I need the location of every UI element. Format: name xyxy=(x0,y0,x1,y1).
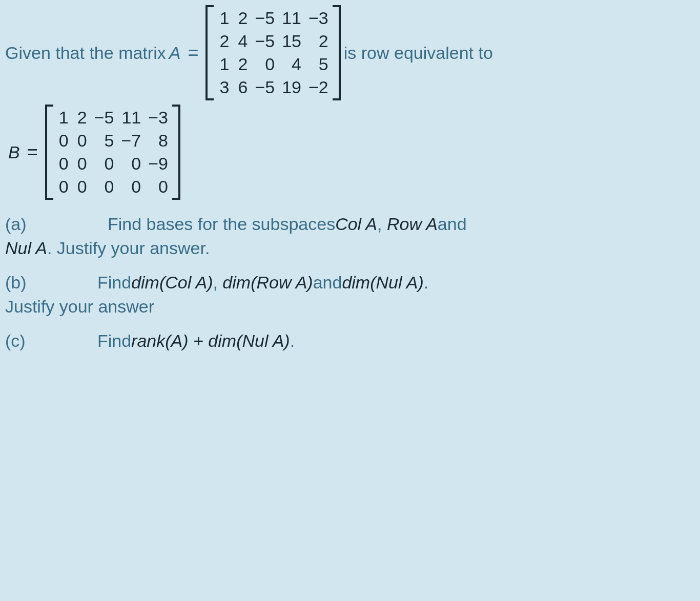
given-text: Given that the matrix xyxy=(5,43,166,63)
part-b: (b) Find dim(Col A) , dim(Row A) and dim… xyxy=(5,273,700,317)
matrix-cell: 4 xyxy=(282,54,301,74)
matrix-cell: −9 xyxy=(148,154,168,174)
pc-m1: rank(A) + dim(Nul A) xyxy=(131,331,290,351)
matrix-cell: 1 xyxy=(57,108,69,128)
matrix-cell: 2 xyxy=(236,8,248,28)
pa-t3: . Justify your answer. xyxy=(47,238,210,258)
matrix-a: 12−511−324−51521204536−519−2 xyxy=(205,5,340,100)
matrix-cell: 0 xyxy=(76,177,87,197)
matrix-cell: 3 xyxy=(218,77,229,97)
label-a: (a) xyxy=(5,214,51,234)
pb-t3: . xyxy=(424,273,428,293)
matrix-cell: 0 xyxy=(57,154,69,174)
row-equiv-text: is row equivalent to xyxy=(344,43,493,63)
matrix-cell: 4 xyxy=(236,31,248,51)
pb-c1: , xyxy=(213,273,217,293)
matrix-cell: 15 xyxy=(282,31,301,51)
part-c: (c) Find rank(A) + dim(Nul A) . xyxy=(5,331,700,351)
matrix-cell: 0 xyxy=(148,177,168,197)
matrix-cell: 2 xyxy=(236,54,248,74)
matrix-cell: 5 xyxy=(308,54,328,74)
label-c: (c) xyxy=(5,331,51,351)
matrix-cell: 5 xyxy=(94,131,114,151)
var-a: A xyxy=(169,43,181,63)
pb-t4: Justify your answer xyxy=(5,297,154,317)
part-a: (a) Find bases for the subspaces Col A ,… xyxy=(5,214,700,258)
matrix-cell: 0 xyxy=(255,54,275,74)
matrix-cell: 1 xyxy=(218,8,229,28)
matrix-b: 12−511−3005−780000−900000 xyxy=(45,105,180,200)
label-b: (b) xyxy=(5,273,51,293)
matrix-cell: 6 xyxy=(236,77,248,97)
pa-m2: Row A xyxy=(387,214,438,234)
matrix-cell: 0 xyxy=(57,177,69,197)
matrix-cell: −7 xyxy=(121,131,141,151)
pa-m1: Col A xyxy=(335,214,377,234)
matrix-cell: −3 xyxy=(148,108,168,128)
matrix-cell: 0 xyxy=(121,177,141,197)
pa-m3: Nul A xyxy=(5,238,47,258)
matrix-cell: 0 xyxy=(94,154,114,174)
pb-m3: dim(Nul A) xyxy=(342,273,423,293)
pb-m1: dim(Col A) xyxy=(131,273,213,293)
matrix-cell: −5 xyxy=(94,108,114,128)
line-matrix-b: B = 12−511−3005−780000−900000 xyxy=(5,105,700,200)
pc-t2: . xyxy=(290,331,295,351)
matrix-cell: 2 xyxy=(218,31,229,51)
matrix-cell: −5 xyxy=(255,31,275,51)
pa-t2: and xyxy=(438,214,467,234)
pa-t1: Find bases for the subspaces xyxy=(108,214,335,234)
matrix-cell: −5 xyxy=(255,8,275,28)
matrix-cell: 0 xyxy=(76,154,87,174)
matrix-cell: 0 xyxy=(121,154,141,174)
pb-t2: and xyxy=(313,273,342,293)
matrix-cell: −3 xyxy=(308,8,328,28)
matrix-cell: −2 xyxy=(308,77,328,97)
matrix-cell: 19 xyxy=(282,77,301,97)
matrix-cell: 2 xyxy=(308,31,328,51)
matrix-cell: 11 xyxy=(121,108,141,128)
line-given-matrix-a: Given that the matrix A = 12−511−324−515… xyxy=(5,5,700,100)
matrix-cell: 8 xyxy=(148,131,168,151)
matrix-cell: 0 xyxy=(76,131,87,151)
var-b: B xyxy=(8,142,20,162)
matrix-cell: 1 xyxy=(218,54,229,74)
eq-b: = xyxy=(27,141,38,163)
eq-a: = xyxy=(188,42,198,64)
pa-c1: , xyxy=(377,214,382,234)
matrix-cell: −5 xyxy=(255,77,275,97)
pc-t1: Find xyxy=(97,331,131,351)
matrix-cell: 11 xyxy=(282,8,301,28)
matrix-cell: 2 xyxy=(76,108,87,128)
pb-t1: Find xyxy=(97,273,131,293)
pb-m2: dim(Row A) xyxy=(222,273,313,293)
matrix-cell: 0 xyxy=(57,131,69,151)
matrix-cell: 0 xyxy=(94,177,114,197)
